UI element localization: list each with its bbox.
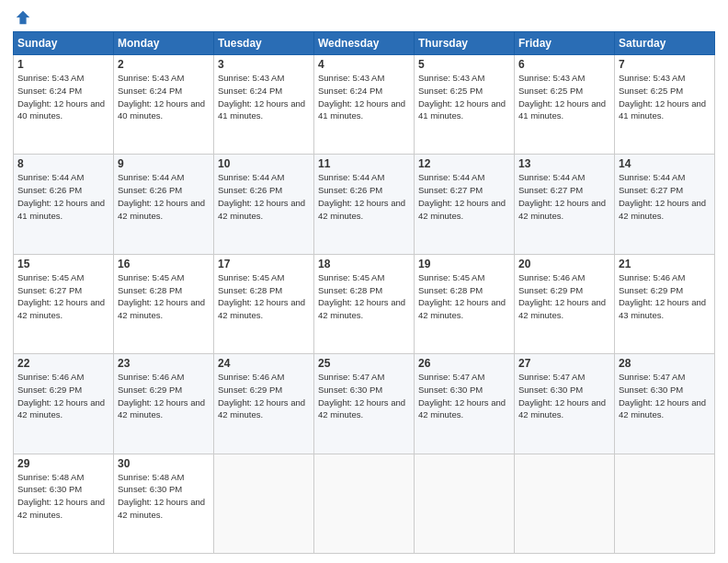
calendar-day-cell: 24Sunrise: 5:46 AM Sunset: 6:29 PM Dayli… <box>214 354 314 454</box>
day-number: 15 <box>17 258 109 270</box>
calendar-week-row: 22Sunrise: 5:46 AM Sunset: 6:29 PM Dayli… <box>14 354 715 454</box>
day-of-week-header: Wednesday <box>314 32 415 55</box>
calendar-day-cell: 8Sunrise: 5:44 AM Sunset: 6:26 PM Daylig… <box>14 155 114 254</box>
day-info: Sunrise: 5:43 AM Sunset: 6:24 PM Dayligh… <box>218 72 310 122</box>
day-of-week-header: Thursday <box>415 32 515 55</box>
calendar-day-cell: 14Sunrise: 5:44 AM Sunset: 6:27 PM Dayli… <box>615 155 715 254</box>
day-number: 29 <box>17 457 109 470</box>
day-info: Sunrise: 5:45 AM Sunset: 6:28 PM Dayligh… <box>418 271 510 322</box>
day-number: 2 <box>118 58 210 71</box>
day-number: 7 <box>619 58 711 71</box>
day-number: 1 <box>17 58 109 71</box>
day-info: Sunrise: 5:46 AM Sunset: 6:29 PM Dayligh… <box>118 371 210 421</box>
calendar-day-cell: 10Sunrise: 5:44 AM Sunset: 6:26 PM Dayli… <box>214 155 314 254</box>
calendar-week-row: 8Sunrise: 5:44 AM Sunset: 6:26 PM Daylig… <box>14 155 715 254</box>
calendar-day-cell <box>314 454 415 553</box>
day-info: Sunrise: 5:45 AM Sunset: 6:28 PM Dayligh… <box>118 271 210 322</box>
day-info: Sunrise: 5:44 AM Sunset: 6:27 PM Dayligh… <box>418 171 510 222</box>
calendar-week-row: 1Sunrise: 5:43 AM Sunset: 6:24 PM Daylig… <box>14 55 715 155</box>
day-number: 12 <box>418 157 510 170</box>
day-info: Sunrise: 5:46 AM Sunset: 6:29 PM Dayligh… <box>218 371 310 421</box>
day-of-week-header: Tuesday <box>214 32 314 55</box>
day-of-week-header: Saturday <box>615 32 715 55</box>
day-info: Sunrise: 5:48 AM Sunset: 6:30 PM Dayligh… <box>118 471 210 522</box>
calendar-day-cell: 4Sunrise: 5:43 AM Sunset: 6:24 PM Daylig… <box>314 55 415 155</box>
calendar-day-cell: 7Sunrise: 5:43 AM Sunset: 6:25 PM Daylig… <box>615 55 715 155</box>
day-info: Sunrise: 5:47 AM Sunset: 6:30 PM Dayligh… <box>418 371 510 421</box>
calendar-day-cell: 28Sunrise: 5:47 AM Sunset: 6:30 PM Dayli… <box>615 354 715 454</box>
day-info: Sunrise: 5:47 AM Sunset: 6:30 PM Dayligh… <box>318 371 410 421</box>
day-number: 6 <box>518 58 610 71</box>
calendar-day-cell: 19Sunrise: 5:45 AM Sunset: 6:28 PM Dayli… <box>415 254 515 353</box>
calendar-day-cell: 3Sunrise: 5:43 AM Sunset: 6:24 PM Daylig… <box>214 55 314 155</box>
day-number: 9 <box>118 157 210 170</box>
calendar-day-cell: 30Sunrise: 5:48 AM Sunset: 6:30 PM Dayli… <box>114 454 214 553</box>
calendar-day-cell: 13Sunrise: 5:44 AM Sunset: 6:27 PM Dayli… <box>515 155 615 254</box>
calendar-day-cell: 27Sunrise: 5:47 AM Sunset: 6:30 PM Dayli… <box>515 354 615 454</box>
day-number: 16 <box>118 258 210 270</box>
day-number: 22 <box>17 357 109 370</box>
calendar-page: SundayMondayTuesdayWednesdayThursdayFrid… <box>0 0 728 563</box>
day-of-week-header: Sunday <box>14 32 114 55</box>
day-of-week-header: Monday <box>114 32 214 55</box>
day-number: 3 <box>218 58 310 71</box>
day-number: 4 <box>318 58 410 71</box>
day-number: 18 <box>318 258 410 270</box>
day-number: 30 <box>118 457 210 470</box>
calendar-header-row: SundayMondayTuesdayWednesdayThursdayFrid… <box>14 32 715 55</box>
day-info: Sunrise: 5:47 AM Sunset: 6:30 PM Dayligh… <box>619 371 711 421</box>
day-number: 10 <box>218 157 310 170</box>
day-of-week-header: Friday <box>515 32 615 55</box>
calendar-day-cell: 22Sunrise: 5:46 AM Sunset: 6:29 PM Dayli… <box>14 354 114 454</box>
day-info: Sunrise: 5:46 AM Sunset: 6:29 PM Dayligh… <box>619 271 711 322</box>
day-number: 8 <box>17 157 109 170</box>
calendar-day-cell: 25Sunrise: 5:47 AM Sunset: 6:30 PM Dayli… <box>314 354 415 454</box>
calendar-day-cell: 23Sunrise: 5:46 AM Sunset: 6:29 PM Dayli… <box>114 354 214 454</box>
day-info: Sunrise: 5:43 AM Sunset: 6:25 PM Dayligh… <box>518 72 610 122</box>
day-number: 11 <box>318 157 410 170</box>
calendar-day-cell <box>515 454 615 553</box>
calendar-day-cell: 9Sunrise: 5:44 AM Sunset: 6:26 PM Daylig… <box>114 155 214 254</box>
logo <box>13 9 31 26</box>
day-number: 5 <box>418 58 510 71</box>
calendar-day-cell: 26Sunrise: 5:47 AM Sunset: 6:30 PM Dayli… <box>415 354 515 454</box>
day-info: Sunrise: 5:43 AM Sunset: 6:24 PM Dayligh… <box>318 72 410 122</box>
calendar-day-cell: 15Sunrise: 5:45 AM Sunset: 6:27 PM Dayli… <box>14 254 114 353</box>
day-info: Sunrise: 5:44 AM Sunset: 6:27 PM Dayligh… <box>518 171 610 222</box>
day-number: 21 <box>619 258 711 270</box>
day-number: 17 <box>218 258 310 270</box>
day-info: Sunrise: 5:47 AM Sunset: 6:30 PM Dayligh… <box>518 371 610 421</box>
day-number: 23 <box>118 357 210 370</box>
calendar-week-row: 29Sunrise: 5:48 AM Sunset: 6:30 PM Dayli… <box>14 454 715 553</box>
day-info: Sunrise: 5:45 AM Sunset: 6:27 PM Dayligh… <box>17 271 109 322</box>
day-number: 13 <box>518 157 610 170</box>
calendar-day-cell: 6Sunrise: 5:43 AM Sunset: 6:25 PM Daylig… <box>515 55 615 155</box>
calendar-day-cell <box>214 454 314 553</box>
calendar-day-cell: 21Sunrise: 5:46 AM Sunset: 6:29 PM Dayli… <box>615 254 715 353</box>
day-info: Sunrise: 5:44 AM Sunset: 6:26 PM Dayligh… <box>17 171 109 222</box>
day-info: Sunrise: 5:44 AM Sunset: 6:26 PM Dayligh… <box>218 171 310 222</box>
day-number: 28 <box>619 357 711 370</box>
day-number: 25 <box>318 357 410 370</box>
calendar-day-cell <box>415 454 515 553</box>
calendar-day-cell: 16Sunrise: 5:45 AM Sunset: 6:28 PM Dayli… <box>114 254 214 353</box>
svg-marker-0 <box>17 11 29 24</box>
day-number: 24 <box>218 357 310 370</box>
day-info: Sunrise: 5:45 AM Sunset: 6:28 PM Dayligh… <box>318 271 410 322</box>
calendar-table: SundayMondayTuesdayWednesdayThursdayFrid… <box>13 31 715 554</box>
logo-icon <box>15 9 31 26</box>
calendar-day-cell: 12Sunrise: 5:44 AM Sunset: 6:27 PM Dayli… <box>415 155 515 254</box>
day-info: Sunrise: 5:44 AM Sunset: 6:26 PM Dayligh… <box>118 171 210 222</box>
day-number: 14 <box>619 157 711 170</box>
day-info: Sunrise: 5:44 AM Sunset: 6:26 PM Dayligh… <box>318 171 410 222</box>
day-info: Sunrise: 5:43 AM Sunset: 6:24 PM Dayligh… <box>118 72 210 122</box>
day-info: Sunrise: 5:44 AM Sunset: 6:27 PM Dayligh… <box>619 171 711 222</box>
calendar-day-cell: 2Sunrise: 5:43 AM Sunset: 6:24 PM Daylig… <box>114 55 214 155</box>
calendar-day-cell <box>615 454 715 553</box>
day-info: Sunrise: 5:48 AM Sunset: 6:30 PM Dayligh… <box>17 471 109 522</box>
calendar-day-cell: 20Sunrise: 5:46 AM Sunset: 6:29 PM Dayli… <box>515 254 615 353</box>
calendar-day-cell: 29Sunrise: 5:48 AM Sunset: 6:30 PM Dayli… <box>14 454 114 553</box>
day-number: 26 <box>418 357 510 370</box>
calendar-day-cell: 5Sunrise: 5:43 AM Sunset: 6:25 PM Daylig… <box>415 55 515 155</box>
day-number: 20 <box>518 258 610 270</box>
